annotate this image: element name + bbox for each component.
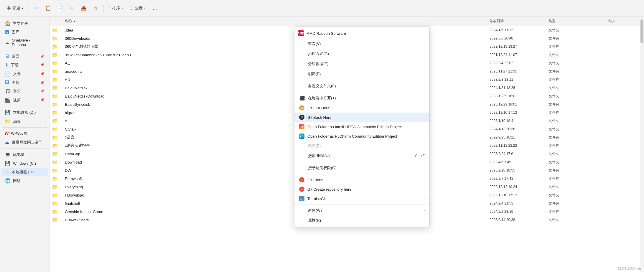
- view-button[interactable]: ☰ 查看 ▾: [127, 4, 149, 12]
- context-menu-header: AMD AMD Radeon Software: [294, 28, 429, 38]
- file-type: 文件夹: [547, 36, 606, 41]
- col-type[interactable]: 类型: [547, 19, 606, 24]
- view-ctx-icon: [299, 41, 305, 47]
- sidebar-item-music[interactable]: 🎵 音乐 📌: [1, 87, 48, 95]
- sidebar-item-wps[interactable]: W WPS云盘: [1, 129, 48, 138]
- folder-icon: 📁: [52, 168, 64, 173]
- sidebar-item-computer[interactable]: 💻 此电脑: [1, 150, 48, 159]
- ctx-new[interactable]: 新建(W) ›: [294, 205, 429, 215]
- file-type: 文件夹: [547, 143, 606, 148]
- col-name[interactable]: 名称 ▲: [64, 19, 488, 24]
- more-button[interactable]: ...: [150, 3, 160, 14]
- copy-button[interactable]: 📋: [43, 3, 54, 14]
- sidebar-local-d2-label: 本地磁盘 (D:): [12, 169, 34, 175]
- col-modified-label: 修改日期: [490, 19, 504, 24]
- ctx-intellij[interactable]: IJ Open Folder as IntelliJ IDEA Communit…: [294, 122, 429, 131]
- col-size[interactable]: 大小: [606, 19, 642, 24]
- sidebar-item-local-d[interactable]: 💾 本地磁盘 (D:): [1, 108, 48, 117]
- sidebar-item-picture[interactable]: 🖼 图片 📌: [1, 78, 48, 87]
- scrollbar-track: [640, 17, 644, 272]
- folder-icon: 📁: [52, 60, 64, 66]
- plus-icon: ➕: [6, 6, 11, 10]
- ctx-custom-folder-label: 自定义文件夹(F)...: [308, 83, 339, 89]
- sidebar-computer-label: 此电脑: [13, 152, 24, 157]
- sidebar-item-gallery[interactable]: 🖼 图库: [1, 28, 48, 36]
- file-type: 文件夹: [547, 184, 606, 189]
- ctx-view[interactable]: 查看(V) ›: [294, 39, 429, 49]
- sidebar-item-local-d2[interactable]: — 本地磁盘 (D:): [1, 168, 48, 176]
- file-type: 文件夹: [547, 118, 606, 123]
- video-icon: 🎬: [5, 97, 11, 103]
- sidebar-item-video[interactable]: 🎬 视频 📌: [1, 96, 48, 104]
- folder-icon: 📁: [52, 44, 64, 50]
- ctx-undo[interactable]: 撤消 删除(U) Ctrl+Z: [294, 151, 429, 161]
- ctx-git-gui[interactable]: G Git GUI Here: [294, 103, 429, 113]
- folder-icon: 📁: [52, 85, 64, 91]
- rename-button[interactable]: ✏: [67, 3, 77, 14]
- ctx-access[interactable]: 授予访问权限(G) ›: [294, 163, 429, 173]
- cut-button[interactable]: ✂: [31, 3, 42, 14]
- col-name-label: 名称: [65, 19, 72, 24]
- ctx-sort[interactable]: 排序方式(O) ›: [294, 49, 429, 59]
- sort-arrow-icon: ▾: [121, 6, 123, 10]
- ctx-refresh[interactable]: 刷新(E): [294, 69, 429, 79]
- paste-button[interactable]: 📄: [55, 3, 65, 14]
- file-type: 文件夹: [547, 193, 606, 198]
- ctx-git-clone[interactable]: ⤓ Git Clone...: [294, 175, 429, 184]
- local-d-icon: 💾: [5, 110, 11, 115]
- ctx-git-create[interactable]: + Git Create repository here...: [294, 184, 429, 194]
- ctx-paste[interactable]: 粘贴(P): [294, 141, 429, 151]
- sort-button[interactable]: ↕ 排序 ▾: [106, 4, 126, 12]
- folder-icon: 📁: [52, 126, 64, 132]
- sidebar-item-home[interactable]: 🏠 主文件夹: [1, 19, 48, 28]
- file-type: 文件夹: [547, 77, 606, 82]
- ctx-group[interactable]: 分组依据(P) ›: [294, 59, 429, 69]
- ctx-terminal[interactable]: ⬛ 在终端中打开(T): [294, 93, 429, 103]
- sidebar-item-windows-c[interactable]: 💾 Windows (C:): [1, 159, 48, 168]
- ctx-properties-label: 属性(R): [308, 218, 321, 223]
- scrollbar-thumb[interactable]: [640, 19, 643, 43]
- sidebar-item-desktop[interactable]: 🖥 桌面 📌: [1, 52, 48, 60]
- share-button[interactable]: 📤: [78, 3, 89, 14]
- col-modified[interactable]: 修改日期: [488, 19, 547, 24]
- view-icon: ☰: [130, 6, 134, 10]
- ctx-pycharm[interactable]: PC Open Folder as PyCharm Community Edit…: [294, 131, 429, 141]
- file-type: 文件夹: [547, 160, 606, 165]
- music-pin-icon: 📌: [40, 89, 45, 93]
- delete-button[interactable]: 🗑: [90, 3, 101, 14]
- ctx-git-bash[interactable]: $ Git Bash Here: [294, 113, 429, 122]
- refresh-ctx-icon: [299, 71, 305, 77]
- undo-ctx-icon: [299, 153, 305, 159]
- access-icon: [299, 165, 305, 171]
- file-date: 2021/12/24 11:07: [488, 53, 547, 57]
- custom-folder-icon: [299, 83, 305, 89]
- ctx-tortoise[interactable]: 🐢 TortoiseGit ›: [294, 194, 429, 203]
- folder-icon: 📁: [52, 69, 64, 74]
- new-button[interactable]: ➕ 新建 ▾: [4, 4, 26, 12]
- sidebar-music-label: 音乐: [13, 89, 21, 94]
- paste-ctx-icon: [299, 143, 305, 149]
- file-date: 2022/12/12 10:24: [488, 185, 547, 189]
- sidebar-item-document[interactable]: 📄 文档 📌: [1, 70, 48, 78]
- sidebar-item-baidu[interactable]: ☁ 百度网盘同步空间: [1, 138, 48, 146]
- new-ctx-arrow: ›: [424, 208, 425, 212]
- sidebar-item-onedrive[interactable]: ☁ OneDrive - Persona: [1, 37, 48, 48]
- sidebar-item-ssh[interactable]: 📁 .ssh: [1, 117, 48, 126]
- ctx-properties[interactable]: 属性(R): [294, 215, 429, 225]
- group-arrow: ›: [424, 62, 425, 66]
- file-type: 文件夹: [547, 85, 606, 90]
- ctx-custom-folder[interactable]: 自定义文件夹(F)...: [294, 81, 429, 91]
- sidebar-item-download[interactable]: ⬇ 下载 📌: [1, 61, 48, 69]
- sidebar-item-network[interactable]: 🌐 网络: [1, 177, 48, 185]
- file-date: 2024/1/13 20:38: [488, 127, 547, 131]
- file-date: 2023/2/28 18:55: [488, 168, 547, 172]
- group-ctx-icon: [299, 61, 305, 67]
- folder-icon: 📁: [52, 118, 64, 124]
- sidebar-divider-3: [2, 127, 47, 128]
- file-date: 2023/12/19 13:27: [488, 44, 547, 49]
- baidu-icon: ☁: [5, 139, 9, 145]
- sidebar-picture-label: 图片: [12, 80, 19, 85]
- home-icon: 🏠: [5, 21, 11, 26]
- git-create-icon: +: [299, 187, 304, 192]
- music-icon: 🎵: [5, 88, 11, 94]
